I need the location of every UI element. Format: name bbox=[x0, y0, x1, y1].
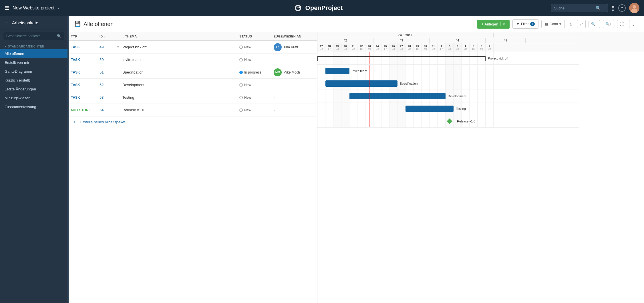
hamburger-icon[interactable]: ☰ bbox=[5, 5, 9, 11]
td-assignee: - bbox=[271, 94, 317, 101]
sidebar-item-kurzlich-erstellt[interactable]: Kürzlich erstellt bbox=[0, 76, 67, 85]
gantt-milestone-label: Release v1.0 bbox=[457, 120, 475, 123]
gantt-header: Okt. 20194243444517Do18Fr19Sa20So21Mo22D… bbox=[317, 32, 644, 52]
td-subject[interactable]: Release v1.0 bbox=[120, 107, 237, 113]
gantt-bar[interactable] bbox=[325, 80, 397, 87]
status-label: New bbox=[244, 58, 251, 62]
td-id[interactable]: 49 bbox=[97, 44, 114, 50]
collapse-section-icon[interactable]: ▾ bbox=[5, 45, 6, 48]
td-subject[interactable]: Development bbox=[120, 82, 237, 88]
sidebar-item-letzte-anderungen[interactable]: Letzte Änderungen bbox=[0, 85, 67, 94]
more-button[interactable]: ⋮ bbox=[629, 20, 638, 28]
help-icon[interactable]: ? bbox=[618, 4, 626, 12]
today-line bbox=[369, 90, 370, 102]
sidebar-search-box[interactable]: 🔍 bbox=[3, 32, 64, 40]
day-name: Mi bbox=[480, 47, 483, 50]
gantt-body-row: Release v1.0 bbox=[317, 115, 579, 128]
status-circle bbox=[239, 58, 243, 62]
td-type[interactable]: MILESTONE bbox=[69, 107, 97, 113]
svg-point-2 bbox=[633, 5, 636, 9]
day-number: 29 bbox=[416, 45, 419, 47]
gantt-grid-cell bbox=[325, 90, 333, 102]
gantt-grid-cell bbox=[333, 102, 341, 115]
day-name: Fr bbox=[384, 47, 387, 50]
gantt-grid-cell bbox=[317, 102, 325, 115]
td-subject[interactable]: Specification bbox=[120, 69, 237, 76]
zoom-out-button[interactable]: 🔍− bbox=[589, 20, 600, 28]
save-icon[interactable]: 💾 bbox=[74, 21, 81, 27]
collapse-icon[interactable]: ▼ bbox=[117, 45, 120, 49]
td-collapse[interactable]: ▼ bbox=[114, 44, 120, 50]
td-subject[interactable]: Testing bbox=[120, 94, 237, 101]
gantt-grid-cell bbox=[381, 102, 389, 115]
td-id[interactable]: 52 bbox=[97, 82, 114, 88]
filter-badge: 1 bbox=[530, 22, 535, 26]
grid-icon[interactable]: ⣿ bbox=[611, 5, 615, 11]
sidebar-item-alle-offenen[interactable]: Alle offenen bbox=[0, 49, 67, 58]
gantt-day-cell: 7Do bbox=[486, 43, 494, 52]
gantt-grid-cell bbox=[397, 65, 406, 77]
td-type[interactable]: TASK bbox=[69, 69, 97, 76]
create-dropdown-icon[interactable]: ▾ bbox=[500, 22, 505, 26]
td-type[interactable]: TASK bbox=[69, 44, 97, 50]
th-subject[interactable]: ↕ THEMA bbox=[120, 35, 237, 38]
gantt-day-cell: 31Do bbox=[430, 43, 438, 52]
fullscreen-button[interactable]: ⛶ bbox=[617, 20, 626, 28]
th-type: TYP bbox=[69, 35, 97, 38]
gantt-bar[interactable] bbox=[406, 106, 454, 112]
today-line bbox=[369, 52, 370, 64]
td-id[interactable]: 54 bbox=[97, 107, 114, 113]
day-number: 6 bbox=[481, 45, 482, 47]
search-input[interactable] bbox=[554, 6, 594, 10]
status-label: New bbox=[244, 83, 251, 87]
td-type[interactable]: TASK bbox=[69, 82, 97, 88]
gantt-icon: ▦ bbox=[545, 22, 548, 26]
th-status: STATUS bbox=[237, 35, 271, 38]
filter-button[interactable]: ▼ Filter 1 bbox=[512, 19, 538, 29]
sidebar-item-gantt-diagramm[interactable]: Gantt-Diagramm bbox=[0, 67, 67, 76]
create-button[interactable]: + Anlegen ▾ bbox=[477, 20, 510, 29]
td-subject[interactable]: Project kick off bbox=[120, 44, 237, 50]
back-icon[interactable]: ← bbox=[5, 20, 9, 25]
gantt-button[interactable]: ▦ Gantt ▾ bbox=[541, 20, 565, 28]
gantt-dropdown-icon[interactable]: ▾ bbox=[559, 22, 561, 26]
td-id[interactable]: 53 bbox=[97, 94, 114, 101]
day-name: Mo bbox=[408, 47, 411, 50]
gantt-day-cell: 28Mo bbox=[406, 43, 414, 52]
td-assignee: TKTina Kraft bbox=[271, 42, 317, 52]
info-button[interactable]: ℹ bbox=[568, 20, 574, 28]
day-name: Mi bbox=[368, 47, 371, 50]
create-label: + Anlegen bbox=[482, 22, 498, 26]
td-status: New bbox=[237, 94, 271, 101]
sidebar-item-zusammenfassung[interactable]: Zusammenfassung bbox=[0, 102, 67, 111]
zoom-in-button[interactable]: 🔍+ bbox=[603, 20, 614, 28]
table-body: TASK49▼Project kick offNewTKTina KraftTA… bbox=[69, 41, 317, 116]
td-subject[interactable]: Invite team bbox=[120, 56, 237, 63]
status-circle bbox=[239, 45, 243, 49]
search-box[interactable]: 🔍 bbox=[551, 4, 608, 12]
avatar-image bbox=[629, 3, 639, 13]
create-work-package-link[interactable]: + + Erstelle neues Arbeitspaket bbox=[69, 116, 317, 128]
day-number: 19 bbox=[336, 45, 339, 47]
sidebar-search-input[interactable] bbox=[6, 34, 55, 38]
expand-button[interactable]: ⤢ bbox=[577, 20, 586, 28]
td-type[interactable]: TASK bbox=[69, 57, 97, 63]
day-name: Sa bbox=[336, 47, 339, 50]
assignee-dash: - bbox=[274, 95, 275, 100]
project-dropdown-icon[interactable]: ▾ bbox=[58, 7, 59, 10]
gantt-grid-cell bbox=[454, 65, 462, 77]
gantt-grid-cell bbox=[462, 65, 470, 77]
th-id[interactable]: ID ↑ bbox=[97, 35, 114, 38]
gantt-bar[interactable] bbox=[349, 93, 446, 99]
sidebar-item-erstellt-von-mir[interactable]: Erstellt von mir bbox=[0, 58, 67, 67]
avatar[interactable] bbox=[629, 3, 639, 13]
td-id[interactable]: 51 bbox=[97, 69, 114, 76]
gantt-day-cell: 22Di bbox=[357, 43, 365, 52]
td-type[interactable]: TASK bbox=[69, 94, 97, 101]
sidebar-item-mir-zugewiesen[interactable]: Mir zugewiesen bbox=[0, 94, 67, 102]
day-number: 5 bbox=[473, 45, 474, 47]
project-title[interactable]: New Website project bbox=[13, 5, 54, 11]
gantt-bar[interactable] bbox=[325, 68, 349, 74]
day-name: So bbox=[400, 47, 403, 50]
td-id[interactable]: 50 bbox=[97, 56, 114, 63]
